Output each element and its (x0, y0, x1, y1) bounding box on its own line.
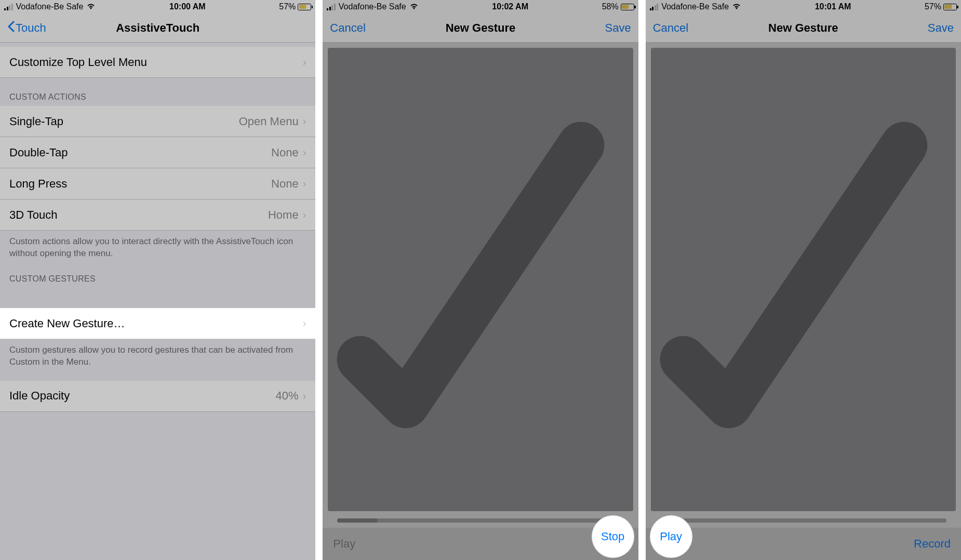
signal-icon (327, 4, 336, 10)
highlight-label: Stop (601, 530, 624, 543)
row-label: Customize Top Level Menu (9, 56, 147, 69)
phone-panel-2: Vodafone-Be Safe 10:02 AM 58% ⚡ Cancel N… (323, 0, 638, 560)
chevron-left-icon (7, 21, 15, 35)
chevron-right-icon: › (303, 115, 306, 127)
battery-pct: 57% (279, 2, 296, 11)
highlight-label: Play (660, 530, 682, 543)
battery-icon: ⚡ (621, 4, 634, 10)
gesture-recorder: Play Record (646, 43, 961, 560)
row-customize-top-level[interactable]: Customize Top Level Menu › (0, 47, 315, 78)
phone-panel-1: Vodafone-Be Safe 10:00 AM 57% ⚡ (0, 0, 315, 560)
gesture-progress (660, 518, 946, 523)
row-label: Create New Gesture… (9, 317, 125, 330)
chevron-right-icon: › (303, 317, 306, 329)
chevron-right-icon: › (303, 146, 306, 158)
row-single-tap[interactable]: Single-Tap Open Menu› (0, 106, 315, 137)
status-bar: Vodafone-Be Safe 10:02 AM 58% ⚡ (323, 0, 638, 14)
status-bar: Vodafone-Be Safe 10:00 AM 57% ⚡ (0, 0, 315, 14)
row-value: Open Menu (239, 115, 299, 128)
row-create-new-gesture[interactable]: Create New Gesture… › (0, 308, 315, 339)
save-button[interactable]: Save (605, 21, 631, 35)
battery-icon: ⚡ (943, 4, 957, 10)
row-double-tap[interactable]: Double-Tap None› (0, 137, 315, 168)
section-header-actions: CUSTOM ACTIONS (0, 78, 315, 106)
status-bar: Vodafone-Be Safe 10:01 AM 57% ⚡ (646, 0, 961, 14)
gesture-stroke-icon (651, 48, 956, 463)
recorder-toolbar: Play Record (646, 528, 961, 560)
wifi-icon (86, 2, 96, 11)
carrier-label: Vodafone-Be Safe (16, 2, 84, 11)
section-footer-gestures: Custom gestures allow you to record gest… (0, 339, 315, 368)
row-value: None (271, 177, 299, 191)
row-label: Long Press (9, 177, 67, 191)
settings-list: Customize Top Level Menu › CUSTOM ACTION… (0, 43, 315, 560)
chevron-right-icon: › (303, 178, 306, 190)
signal-icon (4, 4, 13, 10)
status-time: 10:00 AM (169, 2, 206, 11)
row-label: Single-Tap (9, 115, 63, 128)
nav-bar: Cancel New Gesture Save (323, 14, 638, 43)
cancel-button[interactable]: Cancel (330, 21, 365, 35)
row-3d-touch[interactable]: 3D Touch Home› (0, 199, 315, 231)
chevron-right-icon: › (303, 56, 306, 68)
row-value: 40% (276, 389, 299, 403)
signal-icon (650, 4, 659, 10)
gesture-recorder: Play Stop (323, 43, 638, 560)
section-footer-actions: Custom actions allow you to interact dir… (0, 231, 315, 260)
row-label: Idle Opacity (9, 389, 70, 403)
row-label: 3D Touch (9, 208, 58, 222)
record-button[interactable]: Record (914, 537, 951, 551)
nav-bar: Touch AssistiveTouch (0, 14, 315, 43)
phone-panel-3: Vodafone-Be Safe 10:01 AM 57% ⚡ Cancel N… (646, 0, 961, 560)
back-label: Touch (16, 21, 46, 35)
row-idle-opacity[interactable]: Idle Opacity 40%› (0, 381, 315, 412)
row-label: Double-Tap (9, 146, 68, 159)
section-header-gestures: CUSTOM GESTURES (0, 260, 315, 288)
battery-pct: 58% (602, 2, 619, 11)
recorder-toolbar: Play Stop (323, 528, 638, 560)
play-button[interactable]: Play (333, 537, 355, 551)
battery-pct: 57% (925, 2, 941, 11)
gesture-draw-area[interactable] (328, 48, 633, 511)
status-time: 10:02 AM (492, 2, 528, 11)
nav-title: New Gesture (377, 21, 584, 35)
carrier-label: Vodafone-Be Safe (339, 2, 406, 11)
carrier-label: Vodafone-Be Safe (661, 2, 729, 11)
row-value: None (271, 146, 299, 159)
status-time: 10:01 AM (815, 2, 851, 11)
cancel-button[interactable]: Cancel (653, 21, 688, 35)
highlight-stop-button[interactable]: Stop (593, 516, 633, 557)
chevron-right-icon: › (303, 209, 306, 221)
nav-title: AssistiveTouch (54, 21, 261, 35)
wifi-icon (732, 2, 741, 11)
nav-bar: Cancel New Gesture Save (646, 14, 961, 43)
save-button[interactable]: Save (928, 21, 954, 35)
back-button[interactable]: Touch (7, 21, 46, 35)
battery-icon: ⚡ (298, 4, 311, 10)
gesture-progress (337, 518, 623, 523)
gesture-draw-area[interactable] (651, 48, 956, 511)
chevron-right-icon: › (303, 390, 306, 402)
wifi-icon (409, 2, 419, 11)
nav-title: New Gesture (700, 21, 907, 35)
highlight-play-button[interactable]: Play (651, 516, 691, 557)
gesture-stroke-icon (328, 48, 633, 463)
row-long-press[interactable]: Long Press None› (0, 168, 315, 199)
row-value: Home (268, 208, 299, 222)
